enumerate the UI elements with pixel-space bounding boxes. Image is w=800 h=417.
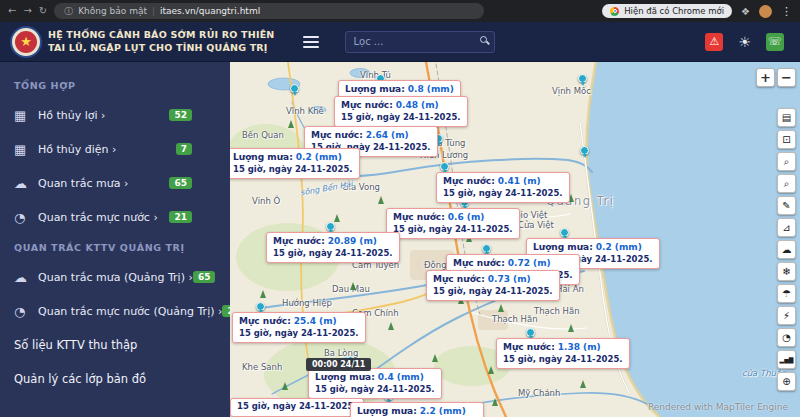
tool-icon: ⊕: [782, 377, 790, 387]
measurement-popup[interactable]: Mực nước:1.38 (m)15 giờ, ngày 24-11-2025…: [496, 338, 630, 369]
globe-tool[interactable]: ⊕: [777, 372, 796, 391]
measure-tool[interactable]: ⊿: [777, 218, 796, 237]
measurement-popup[interactable]: Lượng mưa:0.4 (mm)15 giờ, ngày 24-11-202…: [308, 368, 442, 399]
zoom-in-button[interactable]: +: [756, 68, 775, 87]
map-attribution: Rendered with MapTiler Engine: [648, 402, 788, 412]
header-icons: ⚠ ☀ ☏: [705, 33, 784, 51]
item-quan-trac-muc-nuoc-qt[interactable]: ◔Quan trắc mực nước (Quảng Trị) ›21: [0, 294, 230, 328]
map-canvas[interactable]: Vĩnh TúVịnh MốcVĩnh KhêBến QuanCửa TùngH…: [230, 62, 800, 417]
station-pin-icon[interactable]: [526, 328, 535, 337]
item-quan-ly-lop-ban-do[interactable]: Quản lý các lớp bản đồ: [0, 362, 230, 396]
measurement-popup[interactable]: Mực nước:0.48 (m)15 giờ, ngày 24-11-2025…: [334, 96, 468, 127]
popup-value: 0.2 (mm): [296, 152, 342, 162]
zoom-search-tool[interactable]: ⌕: [777, 174, 796, 193]
station-pin-icon[interactable]: [482, 244, 491, 253]
measurement-popup[interactable]: Lượng mưa:0.2 (mm)15 giờ, ngày 24-11-202…: [230, 148, 360, 179]
zoom-clear-tool[interactable]: ⌕: [777, 152, 796, 171]
draw-tool[interactable]: ✎: [777, 196, 796, 215]
browser-menu-icon[interactable]: ⋮: [781, 5, 792, 18]
station-pin-icon[interactable]: [290, 84, 299, 93]
popup-date: 15 giờ, ngày 24-11-2025.: [237, 401, 357, 413]
browser-bar: ← → ↻ ⓘ Không bảo mật | itaes.vn/quangtr…: [0, 0, 800, 22]
station-pin-icon[interactable]: [560, 228, 569, 237]
sidebar-item-icon: ▦: [14, 142, 38, 157]
station-pin-icon[interactable]: [256, 302, 265, 311]
extent-tool[interactable]: ⊡: [777, 130, 796, 149]
site-info-icon[interactable]: ⓘ: [64, 5, 73, 18]
address-bar[interactable]: ⓘ Không bảo mật | itaes.vn/quangtri.html: [54, 3, 484, 19]
count-badge: 21: [169, 211, 192, 223]
item-ho-thuy-loi[interactable]: ▦Hồ thủy lợi ›52: [0, 98, 230, 132]
weather-snow-tool[interactable]: ❄: [777, 262, 796, 281]
station-pin-icon[interactable]: [578, 74, 587, 83]
extensions-icon[interactable]: ❖: [741, 6, 750, 17]
chart-tool[interactable]: ▂▅▇: [777, 350, 796, 369]
map-toolbar: ▤⊡⌕⌕✎⊿☁❄☂⚡◔▂▅▇⊕: [777, 108, 796, 391]
app-title: HỆ THỐNG CẢNH BÁO SỚM RỦI RO THIÊN TAI L…: [48, 29, 275, 54]
measurement-popup[interactable]: Mực nước:20.89 (m)15 giờ, ngày 24-11-202…: [266, 232, 400, 263]
alert-icon[interactable]: ⚠: [705, 33, 723, 51]
weather-storm-tool[interactable]: ⚡: [777, 306, 796, 325]
weather-cloud-tool[interactable]: ☁: [777, 240, 796, 259]
tree-icon: [260, 290, 266, 298]
weather-rain-tool[interactable]: ☂: [777, 284, 796, 303]
item-so-lieu-kttv[interactable]: Số liệu KTTV thu thập: [0, 328, 230, 362]
measurement-popup[interactable]: Mực nước:0.6 (m)15 giờ, ngày 24-11-2025.: [386, 208, 520, 239]
count-badge: 65: [169, 177, 192, 189]
gauge-tool[interactable]: ◔: [777, 328, 796, 347]
tree-icon: [350, 282, 356, 290]
filter-search: [345, 30, 495, 53]
popup-date: 15 giờ, ngày 24-11-2025.: [503, 354, 623, 366]
place-label: Khe Sanh: [242, 362, 282, 372]
back-icon[interactable]: ←: [8, 6, 16, 16]
place-label: Mỹ Chánh: [518, 388, 560, 398]
omnibox-divider: |: [152, 6, 155, 16]
popup-value: 0.48 (m): [396, 100, 439, 110]
section-kttv[interactable]: QUAN TRẮC KTTV QUẢNG TRỊ: [0, 234, 230, 260]
print-tool[interactable]: ▤: [777, 108, 796, 127]
popup-date: 15 giờ, ngày 24-11-2025.: [443, 188, 563, 200]
popup-date: 15 giờ, ngày 24-11-2025.: [233, 164, 353, 176]
place-label: Bến Quan: [242, 130, 284, 140]
section-tong-hop[interactable]: TỔNG HỢP: [0, 72, 230, 98]
tool-icon: ⊡: [782, 135, 790, 145]
station-pin-icon[interactable]: [580, 146, 589, 155]
popup-value: 0.8 (mm): [408, 84, 454, 94]
filter-search-input[interactable]: [345, 31, 495, 53]
security-label: Không bảo mật: [78, 6, 147, 16]
weather-icon[interactable]: ☀: [738, 34, 751, 50]
popup-value: 0.73 (m): [488, 274, 531, 284]
chrome-update-button[interactable]: Hiện đã có Chrome mới: [602, 4, 732, 18]
popup-value: 2.64 (m): [366, 130, 409, 140]
sidebar-item-label: Quan trắc mực nước (Quảng Trị) ›: [38, 305, 222, 318]
popup-label: Mực nước:: [239, 316, 291, 326]
popup-label: Mực nước:: [393, 212, 445, 222]
measurement-popup[interactable]: 15 giờ, ngày 24-11-2025.: [230, 398, 364, 417]
sidebar-item-icon: ▦: [14, 108, 38, 123]
tree-icon: [498, 304, 504, 312]
count-badge: 65: [193, 271, 216, 283]
station-pin-icon[interactable]: [326, 222, 335, 231]
item-ho-thuy-dien[interactable]: ▦Hồ thủy điện ›7: [0, 132, 230, 166]
tool-icon: ⌕: [784, 179, 790, 189]
hamburger-menu-icon[interactable]: [303, 36, 319, 48]
tree-icon: [580, 380, 586, 388]
item-quan-trac-mua-qt[interactable]: ☁Quan trắc mưa (Quảng Trị) ›65: [0, 260, 230, 294]
station-pin-icon[interactable]: [440, 162, 449, 171]
app-title-line2: TAI LŨ, NGẬP LỤT CHO TỈNH QUẢNG TRỊ: [48, 42, 275, 54]
search-icon[interactable]: [480, 36, 487, 43]
measurement-popup[interactable]: Mực nước:0.73 (m)15 giờ, ngày 24-11-2025…: [426, 270, 560, 301]
profile-avatar[interactable]: [759, 5, 772, 18]
contact-icon[interactable]: ☏: [766, 33, 784, 51]
reload-icon[interactable]: ↻: [39, 6, 47, 16]
count-badge: 52: [169, 109, 192, 121]
measurement-popup[interactable]: Mực nước:0.41 (m)15 giờ, ngày 24-11-2025…: [436, 172, 570, 203]
popup-label: Lượng mưa:: [357, 406, 417, 416]
measurement-popup[interactable]: Lượng mưa:2.2 (mm)15 giờ, ngày 24-11-202…: [350, 402, 484, 417]
measurement-popup[interactable]: Mực nước:25.4 (m)15 giờ, ngày 24-11-2025…: [232, 312, 366, 343]
item-quan-trac-mua[interactable]: ☁Quan trắc mưa ›65: [0, 166, 230, 200]
forward-icon[interactable]: →: [23, 6, 31, 16]
zoom-out-button[interactable]: −: [777, 68, 796, 87]
sidebar-item-icon: ◔: [14, 210, 38, 225]
item-quan-trac-muc-nuoc[interactable]: ◔Quan trắc mực nước ›21: [0, 200, 230, 234]
